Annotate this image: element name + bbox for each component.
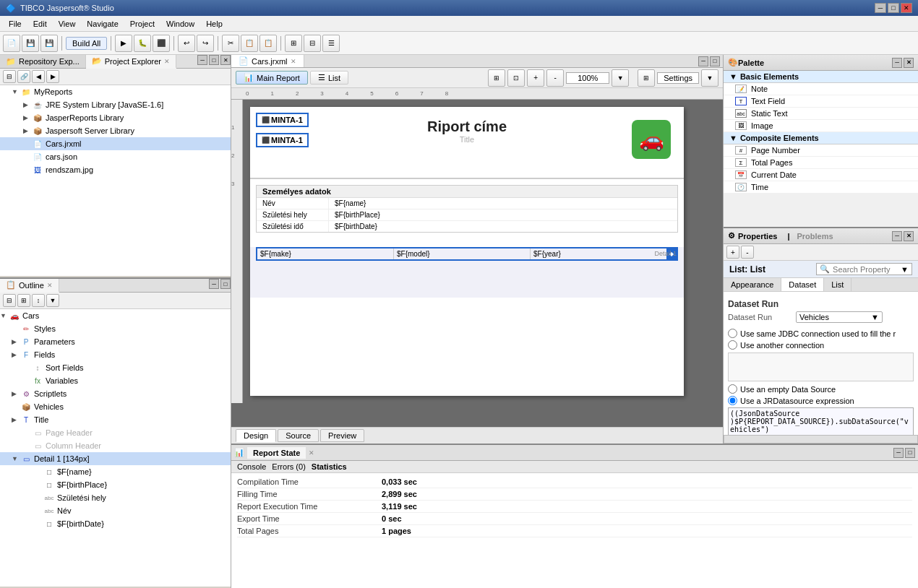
outline-collapse-button[interactable]: ⊟ xyxy=(3,294,16,307)
close-button[interactable]: ✕ xyxy=(901,3,912,13)
expand-arrow-js[interactable]: ▶ xyxy=(23,127,32,134)
expand-fields[interactable]: ▶ xyxy=(12,351,20,358)
props-tab-dataset[interactable]: Dataset xyxy=(781,278,824,291)
palette-pagenumber[interactable]: # Page Number xyxy=(724,144,918,157)
palette-basic-group[interactable]: ▼ Basic Elements xyxy=(724,71,918,83)
radio-another-input[interactable] xyxy=(728,340,737,350)
main-report-tab[interactable]: 📊 Main Report xyxy=(236,71,308,85)
outline-fname[interactable]: ▶ □ $F{name} xyxy=(0,465,231,478)
outline-szulhely[interactable]: ▶ abc Születési hely xyxy=(0,491,231,504)
tree-item-carsjrxml[interactable]: ▶ 📄 Cars.jrxml xyxy=(0,137,231,150)
outline-fbirthdate[interactable]: ▶ □ $F{birthDate} xyxy=(0,517,231,530)
zoom-in-button[interactable]: + xyxy=(527,69,544,87)
zoom-fit-button[interactable]: ⊞ xyxy=(488,69,505,87)
min-palette[interactable]: ─ xyxy=(892,58,902,68)
settings-button[interactable]: Settings xyxy=(657,72,699,84)
link-editor-button[interactable]: 🔗 xyxy=(17,70,30,83)
save-button[interactable]: 💾 xyxy=(22,35,39,52)
radio-jrds-input[interactable] xyxy=(728,396,737,405)
tab-repository[interactable]: 📁 Repository Exp... xyxy=(0,55,86,68)
outline-tab-close[interactable]: ✕ xyxy=(47,282,53,289)
radio-jdbc-input[interactable] xyxy=(728,329,737,338)
radio-jrds[interactable]: Use a JRDatasource expression xyxy=(728,396,914,405)
props-add-button[interactable]: + xyxy=(726,246,739,259)
palette-statictext[interactable]: abc Static Text xyxy=(724,108,918,120)
layout-button[interactable]: ☰ xyxy=(322,35,340,52)
search-dropdown-icon[interactable]: ▼ xyxy=(901,265,909,274)
report-state-close[interactable]: ✕ xyxy=(306,449,317,457)
maximize-outline[interactable]: □ xyxy=(220,279,231,289)
tree-item-jasperreports[interactable]: ▶ 📦 JasperReports Library xyxy=(0,111,231,124)
props-remove-button[interactable]: - xyxy=(741,246,754,259)
minta-box-1[interactable]: ⬛ MINTA-1 xyxy=(256,113,309,127)
radio-jdbc[interactable]: Use same JDBC connection used to fill th… xyxy=(728,329,914,338)
outline-styles[interactable]: ▶ ✏ Styles xyxy=(0,322,231,335)
min-reportstate[interactable]: ─ xyxy=(893,448,904,458)
outline-parameters[interactable]: ▶ P Parameters xyxy=(0,335,231,348)
close-explorer-btn[interactable]: ✕ xyxy=(220,55,231,65)
zoom-fit2-button[interactable]: ⊡ xyxy=(507,69,525,87)
menu-navigate[interactable]: Navigate xyxy=(81,18,124,30)
max-reportstate[interactable]: □ xyxy=(905,448,915,458)
minimize-explorer[interactable]: ─ xyxy=(197,55,207,65)
minta-box-2[interactable]: ⬛ MINTA-1 xyxy=(256,133,309,147)
expand-arrow-jre[interactable]: ▶ xyxy=(23,101,32,108)
debug-button[interactable]: 🐛 xyxy=(134,35,151,52)
snap-button[interactable]: ⊞ xyxy=(638,69,655,87)
tree-item-jaspersoft[interactable]: ▶ 📦 Jaspersoft Server Library xyxy=(0,124,231,137)
horizontal-scrollbar[interactable] xyxy=(724,435,918,444)
palette-textfield[interactable]: T Text Field xyxy=(724,95,918,108)
expand-title[interactable]: ▶ xyxy=(12,416,20,423)
props-tab-list[interactable]: List xyxy=(824,278,851,291)
minimize-outline[interactable]: ─ xyxy=(209,279,219,289)
outline-sort-button[interactable]: ↕ xyxy=(32,294,45,307)
collapse-all-button[interactable]: ⊟ xyxy=(3,70,16,83)
menu-file[interactable]: File xyxy=(3,18,27,30)
subtab-statistics[interactable]: Statistics xyxy=(312,462,347,471)
close-props[interactable]: ✕ xyxy=(904,231,914,241)
project-tab-close[interactable]: ✕ xyxy=(164,58,170,65)
canvas-wrapper[interactable]: 0 1 2 3 4 5 6 7 8 1 xyxy=(231,88,723,427)
radio-empty-input[interactable] xyxy=(728,384,737,394)
cut-button[interactable]: ✂ xyxy=(222,35,239,52)
radio-another[interactable]: Use another connection xyxy=(728,340,914,350)
outline-detail1[interactable]: ▼ ▭ Detail 1 [134px] xyxy=(0,452,231,465)
report-state-tab[interactable]: Report State xyxy=(247,447,306,459)
maximize-button[interactable]: □ xyxy=(888,3,899,13)
palette-totalpages[interactable]: Σ Total Pages xyxy=(724,157,918,169)
design-tab-preview[interactable]: Preview xyxy=(320,429,364,442)
new-button[interactable]: 📄 xyxy=(3,35,20,52)
subtab-errors[interactable]: Errors (0) xyxy=(272,462,305,471)
outline-columnheader[interactable]: ▶ ▭ Column Header xyxy=(0,439,231,452)
outline-scriptlets[interactable]: ▶ ⚙ Scriptlets xyxy=(0,387,231,400)
editor-tab-cars[interactable]: 📄 Cars.jrxml ✕ xyxy=(231,55,304,67)
redo-button[interactable]: ↪ xyxy=(197,35,214,52)
search-property-input-area[interactable]: 🔍 ▼ xyxy=(816,263,912,275)
palette-time[interactable]: 🕐 Time xyxy=(724,181,918,194)
editor-tab-close[interactable]: ✕ xyxy=(291,58,296,65)
zoom-out-button[interactable]: - xyxy=(546,69,564,87)
outline-nev[interactable]: ▶ abc Név xyxy=(0,504,231,517)
menu-view[interactable]: View xyxy=(53,18,82,30)
outline-fields[interactable]: ▶ F Fields xyxy=(0,348,231,361)
outline-pageheader[interactable]: ▶ ▭ Page Header xyxy=(0,426,231,439)
expand-parameters[interactable]: ▶ xyxy=(12,338,20,345)
design-tab-design[interactable]: Design xyxy=(236,429,276,442)
min-props[interactable]: ─ xyxy=(892,231,902,241)
menu-edit[interactable]: Edit xyxy=(27,18,53,30)
expand-detail1[interactable]: ▼ xyxy=(12,455,20,462)
outline-sortfields[interactable]: ▶ ↕ Sort Fields xyxy=(0,361,231,374)
palette-currentdate[interactable]: 📅 Current Date xyxy=(724,169,918,181)
undo-button[interactable]: ↩ xyxy=(178,35,195,52)
grid-button[interactable]: ⊞ xyxy=(285,35,302,52)
palette-note[interactable]: 📝 Note xyxy=(724,83,918,95)
subtab-console[interactable]: Console xyxy=(237,462,266,471)
settings-arrow-button[interactable]: ▼ xyxy=(701,69,718,87)
outline-vehicles[interactable]: ▶ 📦 Vehicles xyxy=(0,400,231,413)
outline-fbirthplace[interactable]: ▶ □ $F{birthPlace} xyxy=(0,478,231,491)
grid2-button[interactable]: ⊟ xyxy=(304,35,321,52)
expand-arrow-myreports[interactable]: ▼ xyxy=(12,88,20,95)
expand-cars[interactable]: ▼ xyxy=(0,312,9,319)
outline-filter-button[interactable]: ▼ xyxy=(46,294,59,307)
build-all-button[interactable]: Build All xyxy=(66,37,107,50)
